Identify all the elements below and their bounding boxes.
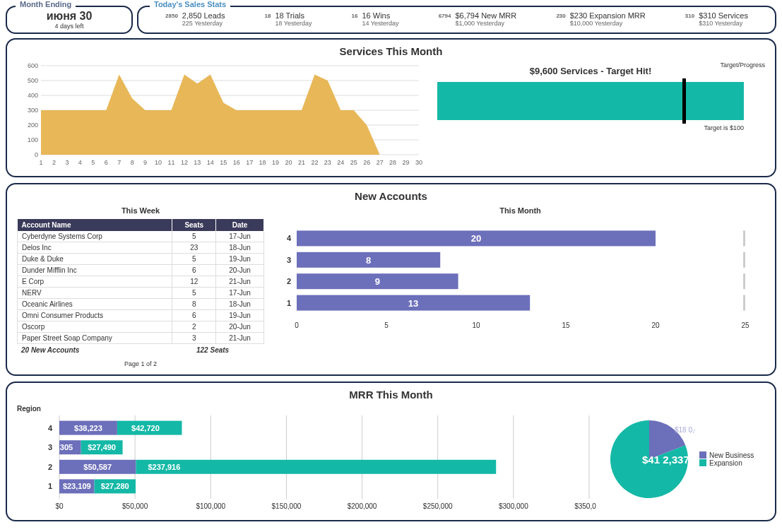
table-row[interactable]: NERV517-Jun [18, 288, 264, 299]
svg-text:$250,000: $250,000 [423, 502, 453, 510]
col-seats: Seats [172, 219, 216, 231]
svg-text:10: 10 [155, 159, 162, 166]
svg-text:100: 100 [28, 136, 38, 143]
pie-total-label: $41 2,337 [642, 454, 689, 466]
svg-text:$50,000: $50,000 [122, 502, 148, 510]
svg-text:22: 22 [311, 159, 318, 166]
region-label: Region [17, 405, 596, 413]
table-row[interactable]: Dunder Mifflin Inc620-Jun [18, 265, 264, 276]
svg-text:400: 400 [28, 92, 38, 99]
new-accounts-bar-chart[interactable]: 208913 0510152025 4321 [276, 219, 756, 332]
svg-text:$200,000: $200,000 [348, 502, 377, 510]
svg-text:4: 4 [78, 159, 82, 166]
svg-text:1: 1 [39, 159, 42, 166]
svg-text:200: 200 [28, 122, 38, 129]
svg-text:9: 9 [143, 159, 147, 166]
svg-text:20: 20 [651, 321, 660, 329]
svg-rect-83 [136, 460, 496, 474]
svg-text:25: 25 [350, 159, 357, 166]
table-row[interactable]: Delos Inc2318-Jun [18, 242, 264, 254]
month-ending-card: Month Ending июня 30 4 days left [6, 6, 133, 34]
svg-text:$50,587: $50,587 [83, 463, 112, 471]
table-row[interactable]: Omni Consumer Products619-Jun [18, 310, 264, 321]
new-accounts-section: New Accounts This Week Account Name Seat… [6, 183, 776, 376]
svg-text:8: 8 [366, 255, 371, 266]
svg-rect-52 [743, 273, 745, 289]
svg-text:11: 11 [167, 159, 174, 166]
svg-text:$100,000: $100,000 [196, 502, 225, 510]
svg-text:9: 9 [375, 276, 380, 287]
svg-text:20: 20 [471, 233, 481, 244]
svg-text:3: 3 [287, 256, 291, 264]
this-week-label: This Week [17, 206, 264, 215]
summary-accounts: 20 New Accounts [21, 346, 196, 354]
stats-title: Today's Sales Stats [150, 0, 230, 8]
svg-text:13: 13 [194, 159, 201, 166]
col-date: Date [216, 219, 264, 231]
svg-text:$237,916: $237,916 [148, 463, 180, 471]
table-row[interactable]: Duke & Duke519-Jun [18, 254, 264, 265]
svg-text:1: 1 [48, 482, 52, 490]
svg-text:21: 21 [298, 159, 305, 166]
svg-text:$350,000: $350,000 [574, 502, 596, 510]
month-ending-label: Month Ending [16, 0, 76, 8]
svg-text:12: 12 [181, 159, 188, 166]
svg-text:600: 600 [28, 62, 38, 69]
stat-item: 1818 Trials18 Yesterday [265, 11, 312, 27]
svg-text:8: 8 [131, 159, 134, 166]
svg-text:3: 3 [48, 443, 52, 451]
svg-text:$23,109: $23,109 [63, 482, 91, 490]
new-accounts-title: New Accounts [17, 190, 765, 202]
svg-text:300: 300 [28, 107, 38, 114]
svg-text:15: 15 [220, 159, 227, 166]
svg-text:1: 1 [287, 299, 291, 307]
pie-slice-label: $18 0,45 6 [675, 426, 695, 434]
stat-item: 6794$6,794 New MRR$1,000 Yesterday [439, 11, 517, 27]
svg-text:$38,223: $38,223 [74, 424, 102, 432]
svg-text:27: 27 [377, 159, 384, 166]
svg-text:$27,490: $27,490 [88, 443, 116, 451]
target-title: $9,600 Services - Target Hit! [437, 66, 744, 76]
svg-text:$27,280: $27,280 [101, 482, 129, 490]
summary-seats: 122 Seats [196, 346, 260, 354]
svg-text:$150,000: $150,000 [272, 502, 302, 510]
svg-text:2: 2 [48, 463, 52, 471]
col-account-name: Account Name [18, 219, 172, 231]
svg-text:15: 15 [562, 321, 570, 329]
svg-text:20: 20 [285, 159, 292, 166]
services-section: Services This Month 0100200300400500600 … [6, 38, 776, 177]
target-note: Target is $100 [437, 124, 744, 131]
svg-text:$0: $0 [55, 502, 64, 510]
svg-text:19: 19 [272, 159, 279, 166]
table-row[interactable]: Cyberdyne Systems Corp517-Jun [18, 231, 264, 242]
table-row[interactable]: E Corp1221-Jun [18, 276, 264, 288]
services-title: Services This Month [17, 45, 765, 57]
svg-text:17: 17 [246, 159, 253, 166]
svg-text:500: 500 [28, 77, 38, 84]
svg-text:18: 18 [259, 159, 266, 166]
mrr-stacked-bar-chart[interactable]: $38,223$42,720$14,305$27,490$50,587$237,… [17, 413, 596, 512]
svg-text:4: 4 [48, 424, 53, 432]
table-row[interactable]: Oceanic Airlines818-Jun [18, 299, 264, 310]
table-row[interactable]: Oscorp220-Jun [18, 321, 264, 333]
table-row[interactable]: Paper Street Soap Company321-Jun [18, 333, 264, 344]
table-paging[interactable]: Page 1 of 2 [17, 360, 264, 367]
svg-text:5: 5 [384, 321, 389, 329]
target-progress-link[interactable]: Target/Progress [720, 61, 765, 69]
stat-item: 1616 Wins14 Yesterday [352, 11, 399, 27]
svg-text:13: 13 [408, 298, 418, 309]
mrr-pie-chart[interactable]: $41 2,337 $18 0,45 6 [603, 413, 695, 505]
target-bullet-chart[interactable] [437, 82, 744, 120]
svg-rect-49 [743, 252, 745, 268]
services-area-chart[interactable]: 0100200300400500600 12345678910111213141… [17, 61, 423, 169]
svg-text:28: 28 [389, 159, 396, 166]
svg-text:2: 2 [52, 159, 56, 166]
mrr-section: MRR This Month Region $38,223$42,720$14,… [6, 382, 776, 521]
svg-text:10: 10 [472, 321, 480, 329]
accounts-table: Account Name Seats Date Cyberdyne System… [17, 219, 264, 344]
svg-rect-55 [743, 295, 745, 311]
days-left: 4 days left [14, 23, 124, 30]
stat-item: 230$230 Expansion MRR$10,000 Yesterday [556, 11, 645, 27]
svg-text:26: 26 [363, 159, 370, 166]
svg-text:6: 6 [105, 159, 108, 166]
